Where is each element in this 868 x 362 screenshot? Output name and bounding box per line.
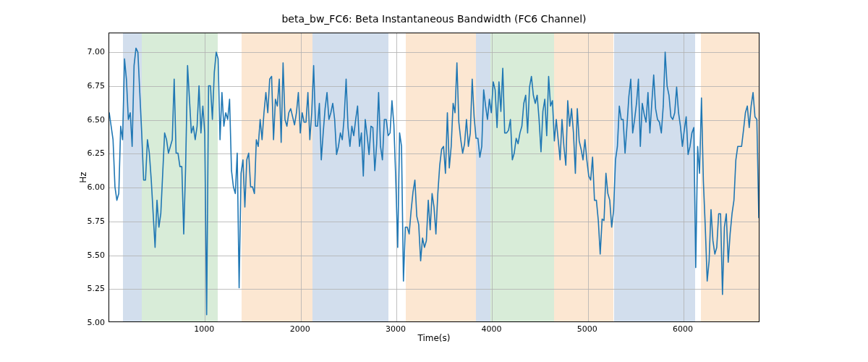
x-tick-label: 6000 xyxy=(673,324,693,334)
y-tick-label: 5.25 xyxy=(76,284,105,293)
series-line xyxy=(109,48,759,314)
y-tick-label: 5.00 xyxy=(76,318,105,327)
y-tick-label: 6.00 xyxy=(76,182,105,192)
y-tick-label: 7.00 xyxy=(76,47,105,56)
y-tick-label: 6.25 xyxy=(76,148,105,158)
y-tick-label: 6.50 xyxy=(76,114,105,124)
plot-area xyxy=(109,33,760,322)
chart-svg xyxy=(109,33,759,321)
y-tick-label: 6.75 xyxy=(76,80,105,90)
x-axis-label: Time(s) xyxy=(109,333,760,343)
x-tick-label: 2000 xyxy=(290,324,310,334)
x-tick-label: 5000 xyxy=(577,324,597,334)
x-tick-label: 4000 xyxy=(481,324,501,334)
y-axis-label: Hz xyxy=(76,33,90,322)
chart-title: beta_bw_FC6: Beta Instantaneous Bandwidt… xyxy=(0,13,868,25)
y-tick-label: 5.50 xyxy=(76,250,105,259)
x-tick-label: 3000 xyxy=(386,324,406,334)
y-tick-label: 5.75 xyxy=(76,216,105,225)
x-tick-label: 1000 xyxy=(194,324,214,334)
chart-figure: beta_bw_FC6: Beta Instantaneous Bandwidt… xyxy=(0,0,868,362)
